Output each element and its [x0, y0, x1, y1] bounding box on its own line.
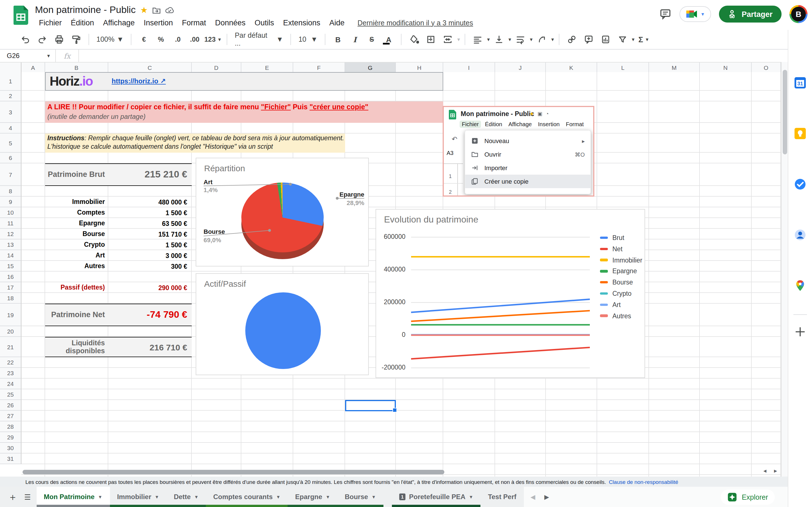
column-header-E[interactable]: E [241, 62, 293, 73]
column-header-B[interactable]: B [45, 62, 108, 73]
scroll-left-icon[interactable]: ◄ [762, 468, 767, 474]
align-icon[interactable] [470, 32, 485, 47]
row-header-29[interactable]: 29 [0, 432, 21, 443]
row-header-9[interactable]: 9 [0, 196, 21, 207]
menu-format[interactable]: Format [178, 17, 210, 28]
overlay-menuitem-importer[interactable]: Importer [465, 161, 591, 175]
row-header-18[interactable]: 18 [0, 293, 21, 304]
horizontal-scroll-thumb[interactable] [22, 470, 444, 474]
calendar-icon[interactable]: 31 [794, 76, 806, 89]
row-header-24[interactable]: 24 [0, 379, 21, 389]
disclaimer-link[interactable]: Clause de non-responsabilité [609, 478, 678, 485]
explore-button[interactable]: Explorer [721, 490, 775, 505]
repartition-chart[interactable]: Répartition Art1,4%Epargne28,9%Bourse69,… [196, 158, 369, 267]
decrease-decimal-button[interactable]: .0 [170, 32, 185, 47]
row-header-10[interactable]: 10 [0, 207, 21, 218]
commentplus-icon[interactable] [581, 32, 596, 47]
text-color-button[interactable]: A [382, 32, 396, 47]
overlay-menuitem-créer-une-copie[interactable]: Créer une copie [465, 175, 591, 188]
column-header-G[interactable]: G [345, 62, 396, 73]
sheet-tab-epargne[interactable]: Epargne▼ [288, 487, 338, 507]
row-header-4[interactable]: 4 [0, 123, 21, 133]
row-header-31[interactable]: 31 [0, 453, 21, 464]
menu-insertion[interactable]: Insertion [140, 17, 177, 28]
menu-données[interactable]: Données [211, 17, 250, 28]
row-header-27[interactable]: 27 [0, 411, 21, 421]
filter-icon[interactable] [615, 32, 630, 47]
format-percent-button[interactable]: % [154, 32, 168, 47]
row-header-5[interactable]: 5 [0, 133, 21, 153]
horiz-link[interactable]: https://horiz.io ↗ [112, 77, 166, 85]
all-sheets-icon[interactable]: ☰ [24, 493, 31, 501]
print-icon[interactable] [52, 32, 66, 47]
selected-cell[interactable] [345, 400, 396, 411]
cloud-status-icon[interactable] [165, 7, 174, 13]
row-header-22[interactable]: 22 [0, 357, 21, 368]
move-folder-icon[interactable] [152, 6, 161, 14]
row-header-2[interactable]: 2 [0, 91, 21, 101]
actif-passif-chart[interactable]: Actif/Passif [196, 273, 369, 375]
embedded-howto-image[interactable]: Mon patrimoine - Public ★ ▣ ◔ FichierÉdi… [443, 106, 594, 196]
redo-icon[interactable] [35, 32, 50, 47]
row-header-14[interactable]: 14 [0, 250, 21, 261]
keep-icon[interactable] [794, 127, 806, 140]
row-header-6[interactable]: 6 [0, 153, 21, 163]
link-icon[interactable] [564, 32, 579, 47]
document-title[interactable]: Mon patrimoine - Public [35, 4, 136, 16]
font-size-select[interactable]: 10▼ [295, 36, 321, 43]
rotate-icon[interactable] [535, 32, 549, 47]
sheet-tab-bourse[interactable]: Bourse▼ [338, 487, 384, 507]
valign-icon[interactable] [492, 32, 506, 47]
menu-édition[interactable]: Édition [67, 17, 98, 28]
row-header-30[interactable]: 30 [0, 443, 21, 453]
contacts-icon[interactable] [794, 229, 806, 241]
fill-icon[interactable] [407, 32, 421, 47]
column-header-H[interactable]: H [396, 62, 443, 73]
italic-button[interactable]: I [348, 32, 362, 47]
row-header-16[interactable]: 16 [0, 272, 21, 282]
vertical-scrollbar[interactable] [781, 62, 788, 476]
column-headers[interactable]: ABCDEFGHIJKLMNO [0, 62, 781, 73]
menu-aide[interactable]: Aide [325, 17, 349, 28]
column-header-J[interactable]: J [495, 62, 546, 73]
sheet-tab-immobilier[interactable]: Immobilier▼ [110, 487, 166, 507]
meet-button[interactable]: ▼ [680, 6, 711, 22]
column-header-O[interactable]: O [752, 62, 781, 73]
column-header-N[interactable]: N [700, 62, 752, 73]
vertical-scroll-thumb[interactable] [783, 70, 787, 154]
fill-handle[interactable] [393, 408, 397, 412]
sheet-tab-mon-patrimoine[interactable]: Mon Patrimoine▼ [36, 487, 110, 507]
row-header-15[interactable]: 15 [0, 261, 21, 272]
column-header-C[interactable]: C [108, 62, 192, 73]
row-header-12[interactable]: 12 [0, 229, 21, 239]
add-sheet-icon[interactable]: ＋ [8, 490, 17, 503]
strikethrough-button[interactable]: S [364, 32, 379, 47]
row-header-3[interactable]: 3 [0, 101, 21, 123]
row-header-19[interactable]: 19 [0, 304, 21, 326]
row-header-13[interactable]: 13 [0, 239, 21, 250]
column-header-L[interactable]: L [597, 62, 649, 73]
sheet-tab-poretefeuille-pea[interactable]: 1Poretefeuille PEA▼ [392, 487, 480, 507]
star-icon[interactable]: ★ [140, 5, 148, 15]
sheet-tab-test-perf[interactable]: Test Perf [481, 487, 524, 507]
row-header-11[interactable]: 11 [0, 218, 21, 229]
borders-icon[interactable] [424, 32, 439, 47]
row-header-8[interactable]: 8 [0, 186, 21, 196]
merge-icon[interactable] [441, 32, 455, 47]
overlay-menuitem-nouveau[interactable]: Nouveau▸ [465, 134, 591, 148]
wrap-icon[interactable] [513, 32, 528, 47]
select-all-corner[interactable] [0, 62, 21, 73]
font-select[interactable]: Par défaut ...▼ [232, 32, 287, 47]
horizontal-scrollbar[interactable] [21, 469, 781, 475]
functions-button[interactable]: Σ▼ [637, 32, 651, 47]
column-header-I[interactable]: I [443, 62, 495, 73]
column-header-A[interactable]: A [21, 62, 45, 73]
share-button[interactable]: Partager [719, 6, 781, 22]
menu-fichier[interactable]: Fichier [35, 17, 66, 28]
plus-icon[interactable] [794, 326, 806, 338]
undo-icon[interactable] [18, 32, 33, 47]
row-header-23[interactable]: 23 [0, 368, 21, 379]
paint-icon[interactable] [69, 32, 84, 47]
scroll-right-icon[interactable]: ► [773, 468, 778, 474]
row-header-17[interactable]: 17 [0, 282, 21, 293]
